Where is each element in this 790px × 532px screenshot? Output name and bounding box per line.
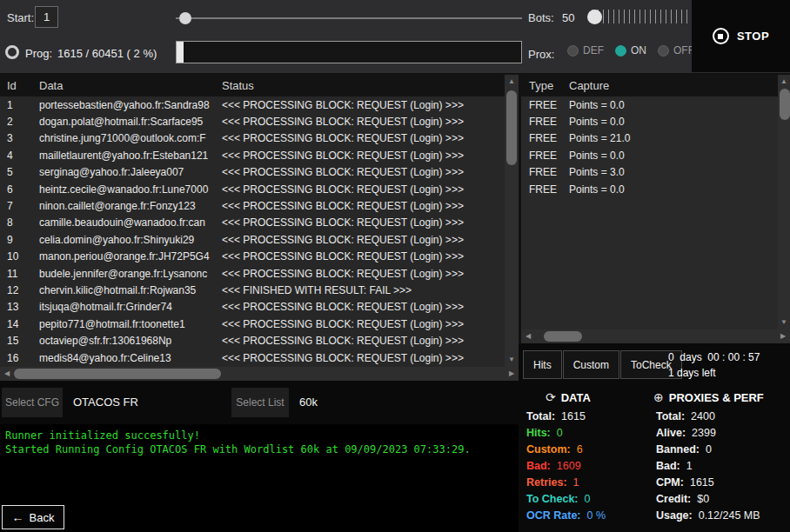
capture-horizontal-scrollbar[interactable]: ◀ ▶ <box>521 329 790 343</box>
row-status: <<< PROCESSING BLOCK: REQUEST (Login) >>… <box>222 166 505 178</box>
globe-icon: ⊕ <box>653 390 664 404</box>
stat-row: Credit:$0 <box>656 491 760 508</box>
table-row[interactable]: 3christine.jung71000@outlook.com:F<<< PR… <box>0 130 505 147</box>
table-row[interactable]: 12chervin.kilic@hotmail.fr:Rojwan35<<< F… <box>0 282 505 298</box>
table-row[interactable]: 6heintz.cecile@wanadoo.fr:Lune7000<<< PR… <box>0 181 505 197</box>
scroll-right-icon[interactable]: ▶ <box>777 329 789 343</box>
table-row[interactable]: 5serginag@yahoo.fr:Jaleeya007<<< PROCESS… <box>0 164 505 181</box>
stat-value: 1 <box>686 458 693 475</box>
stat-row: Usage:0.12/245 MB <box>656 508 760 524</box>
start-slider[interactable] <box>176 10 522 26</box>
capture-row[interactable]: FREEPoints = 0.0 <box>521 113 778 130</box>
results-vertical-scrollbar[interactable]: ▲ ▼ <box>505 75 519 367</box>
scrollbar-thumb[interactable] <box>544 331 582 342</box>
row-data: ninon.caillet@orange.fr:Fonzy123 <box>39 200 222 212</box>
proxy-radio-on[interactable]: ON <box>615 44 646 57</box>
bots-label: Bots: <box>528 11 554 24</box>
tab-custom[interactable]: Custom <box>563 350 619 379</box>
proxy-radio-def[interactable]: DEF <box>567 44 604 57</box>
row-capture: Points = 0.0 <box>562 150 778 162</box>
scroll-down-icon[interactable]: ▼ <box>505 354 519 366</box>
stat-label: Custom: <box>526 442 571 458</box>
tab-hits[interactable]: Hits <box>523 350 562 379</box>
results-horizontal-scrollbar[interactable]: ◀ ▶ <box>0 367 519 381</box>
table-row[interactable]: 1portessebastien@yahoo.fr:Sandra98<<< PR… <box>0 96 505 113</box>
table-row[interactable]: 13itsjuqa@hotmail.fr:Grinder74<<< PROCES… <box>0 299 505 316</box>
table-row[interactable]: 10manon.periou@orange.fr:JH72P5G4<<< PRO… <box>0 249 505 265</box>
bots-slider-thumb[interactable] <box>587 10 602 24</box>
scrollbar-thumb[interactable] <box>780 89 790 120</box>
start-slider-thumb[interactable] <box>179 12 191 24</box>
progress-readout: Prog: 1615 / 60451 ( 2 %) <box>25 47 157 60</box>
table-row[interactable]: 8camille.beaudouin@wanadoo.fr:can<<< PRO… <box>0 215 505 231</box>
proxy-mode-group: DEF ON OFF <box>567 44 694 57</box>
row-data: medis84@yahoo.fr:Celine13 <box>39 352 222 364</box>
select-cfg-button[interactable]: Select CFG <box>2 388 63 417</box>
start-input[interactable] <box>35 6 58 28</box>
table-row[interactable]: 7ninon.caillet@orange.fr:Fonzy123<<< PRO… <box>0 197 505 214</box>
row-status: <<< PROCESSING BLOCK: REQUEST (Login) >>… <box>222 200 505 212</box>
row-capture: Points = 3.0 <box>562 166 778 178</box>
capture-row[interactable]: FREEPoints = 3.0 <box>521 164 778 181</box>
row-capture: Points = 21.0 <box>562 132 778 144</box>
capture-row[interactable]: FREEPoints = 21.0 <box>521 130 778 147</box>
row-type: FREE <box>521 132 562 144</box>
scrollbar-thumb[interactable] <box>506 90 517 165</box>
table-row[interactable]: 4mailletlaurent@yahoo.fr:Esteban121<<< P… <box>0 147 505 163</box>
proxy-stats-rows: Total:2400Alive:2399Banned:0Bad:1CPM:161… <box>656 409 760 524</box>
row-id: 16 <box>0 352 39 364</box>
row-status: <<< PROCESSING BLOCK: REQUEST (Login) >>… <box>222 183 505 196</box>
progress-bar <box>176 41 522 63</box>
stop-icon-square <box>718 34 723 39</box>
capture-table-header: Type Capture <box>521 75 790 96</box>
capture-vertical-scrollbar[interactable]: ▲ ▼ <box>778 75 790 329</box>
scroll-left-icon[interactable]: ◀ <box>1 367 13 381</box>
selected-wordlist-name: 60k <box>299 396 318 409</box>
start-slider-track <box>176 17 522 19</box>
row-status: <<< PROCESSING BLOCK: REQUEST (Login) >>… <box>222 116 505 128</box>
stat-label: Total: <box>526 409 555 425</box>
refresh-icon: ⟳ <box>546 390 556 404</box>
select-list-button[interactable]: Select List <box>231 388 289 417</box>
row-status: <<< PROCESSING BLOCK: REQUEST (Login) >>… <box>222 318 505 330</box>
table-row[interactable]: 11budele.jennifer@orange.fr:Lysanonc<<< … <box>0 265 505 282</box>
selected-config-name: OTACOS FR <box>73 396 138 409</box>
column-header-type: Type <box>521 79 562 92</box>
row-capture: Points = 0.0 <box>562 116 778 128</box>
results-table-body: 1portessebastien@yahoo.fr:Sandra98<<< PR… <box>0 96 505 367</box>
scroll-right-icon[interactable]: ▶ <box>505 367 518 381</box>
scroll-up-icon[interactable]: ▲ <box>505 76 519 88</box>
scroll-down-icon[interactable]: ▼ <box>778 316 790 329</box>
results-table-header: Id Data Status <box>0 75 519 96</box>
scroll-up-icon[interactable]: ▲ <box>778 76 790 88</box>
scrollbar-thumb[interactable] <box>14 369 221 379</box>
stat-value: 0 <box>585 491 591 508</box>
row-capture: Points = 0.0 <box>562 183 778 196</box>
runner-window: Start: Bots: 50 Prog: 1615 / 60451 ( 2 %… <box>0 0 790 532</box>
scroll-left-icon[interactable]: ◀ <box>522 329 534 343</box>
table-row[interactable]: 9celia.domin@yahoo.fr:Shinyuki29<<< PROC… <box>0 231 505 248</box>
radio-dot <box>658 45 669 57</box>
capture-row[interactable]: FREEPoints = 0.0 <box>521 96 778 113</box>
row-type: FREE <box>521 150 562 162</box>
console-line: Runner initialized succesfully! <box>5 429 513 442</box>
progress-label: Prog: <box>25 47 52 60</box>
table-row[interactable]: 16medis84@yahoo.fr:Celine13<<< PROCESSIN… <box>0 349 505 366</box>
row-data: serginag@yahoo.fr:Jaleeya007 <box>39 166 222 178</box>
stat-value: 0 <box>557 425 563 442</box>
stat-value: 0 % <box>587 508 606 524</box>
capture-row[interactable]: FREEPoints = 0.0 <box>521 147 778 163</box>
stat-label: Hits: <box>526 425 551 442</box>
capture-row[interactable]: FREEPoints = 0.0 <box>521 181 778 197</box>
table-row[interactable]: 15octaviep@sfr.fr:13061968Np<<< PROCESSI… <box>0 332 505 349</box>
proxy-radio-off[interactable]: OFF <box>658 44 694 57</box>
table-row[interactable]: 14pepito771@hotmail.fr:toonette1<<< PROC… <box>0 316 505 332</box>
stop-button[interactable]: STOP <box>713 28 769 44</box>
row-id: 1 <box>0 99 39 111</box>
stat-row: Custom:6 <box>526 442 606 458</box>
back-button[interactable]: ← Back <box>2 505 64 529</box>
bots-slider[interactable] <box>577 6 690 29</box>
table-row[interactable]: 2dogan.polat@hotmail.fr:Scarface95<<< PR… <box>0 113 505 130</box>
row-status: <<< PROCESSING BLOCK: REQUEST (Login) >>… <box>222 216 505 229</box>
console-body: Runner initialized succesfully!Started R… <box>5 429 513 456</box>
